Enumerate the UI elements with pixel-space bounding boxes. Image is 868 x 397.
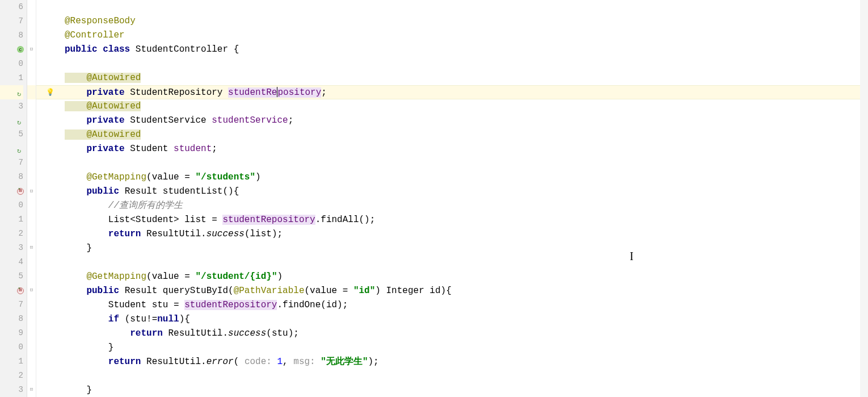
token-ident: studentService (212, 115, 288, 126)
token-kw: private (65, 144, 130, 154)
fold-toggle-icon[interactable] (29, 47, 34, 52)
token-anno-hl: @Autowired (65, 73, 141, 83)
line-number[interactable]: 3 (0, 383, 23, 397)
run-method-icon[interactable] (16, 187, 24, 195)
line-number[interactable]: 0 (0, 57, 23, 71)
code-line[interactable]: @Autowired (36, 99, 868, 114)
line-number[interactable] (0, 141, 23, 156)
fold-cell (27, 99, 36, 114)
token-anno: @GetMapping (65, 271, 146, 282)
line-number[interactable]: 8 (0, 28, 23, 43)
token-plain: ){ (179, 314, 190, 324)
code-line[interactable]: } (36, 383, 868, 397)
code-editor[interactable]: 6780135780123457890123 @ResponseBody@Con… (0, 0, 868, 397)
fold-toggle-icon[interactable] (29, 288, 34, 293)
line-number[interactable]: 9 (0, 326, 23, 340)
token-plain: .findOne(id); (277, 300, 348, 310)
code-line[interactable]: @Controller (36, 28, 868, 43)
bean-icon[interactable] (16, 116, 24, 124)
code-line[interactable]: Student stu = studentRepository.findOne(… (36, 298, 868, 312)
line-number[interactable]: 1 (0, 71, 23, 85)
token-plain: (stu); (266, 328, 299, 339)
line-number[interactable]: 1 (0, 212, 23, 227)
code-area[interactable]: @ResponseBody@Controllerpublic class Stu… (36, 0, 868, 397)
fold-cell (27, 213, 36, 227)
line-number[interactable]: 3 (0, 99, 23, 114)
code-line[interactable]: return ResultUtil.success(stu); (36, 327, 868, 341)
token-plain: (stu!= (125, 314, 158, 324)
token-plain: ); (368, 357, 379, 367)
line-number[interactable]: 3 (0, 241, 23, 255)
line-number[interactable]: 7 (0, 14, 23, 28)
token-plain: (value = (146, 271, 195, 282)
line-number[interactable]: 7 (0, 156, 23, 170)
line-number[interactable]: 5 (0, 127, 23, 141)
code-line[interactable]: //查询所有的学生 (36, 199, 868, 213)
code-line[interactable]: @GetMapping(value = "/student/{id}") (36, 270, 868, 284)
bean-icon[interactable] (16, 145, 24, 153)
token-ident-hl: studentRepository (184, 300, 277, 310)
fold-end-icon[interactable] (29, 387, 34, 392)
fold-toggle-icon[interactable] (29, 189, 34, 194)
line-number[interactable]: 7 (0, 298, 23, 312)
token-plain: Student stu = (65, 300, 184, 310)
code-line[interactable]: private StudentService studentService; (36, 114, 868, 128)
token-plain: } (65, 342, 113, 353)
code-line[interactable]: return ResultUtil.error( code: 1, msg: "… (36, 355, 868, 369)
bean-icon[interactable] (16, 88, 24, 96)
vertical-scrollbar[interactable] (860, 0, 868, 397)
code-line[interactable]: @GetMapping(value = "/students") (36, 170, 868, 185)
code-line[interactable]: @Autowired (36, 71, 868, 85)
line-number[interactable]: 4 (0, 255, 23, 269)
fold-cell (27, 185, 36, 199)
intention-bulb-icon[interactable] (45, 88, 54, 97)
token-kw: public (65, 186, 125, 197)
code-line[interactable]: public Result queryStuById(@PathVariable… (36, 284, 868, 298)
line-number[interactable] (0, 43, 23, 57)
code-line[interactable]: public class StudentController { (36, 43, 868, 57)
fold-end-icon[interactable] (29, 245, 34, 250)
code-line[interactable]: return ResultUtil.success(list); (36, 227, 868, 241)
token-plain: } (65, 243, 92, 253)
code-line[interactable]: List<Student> list = studentRepository.f… (36, 213, 868, 227)
token-plain: Result studentList(){ (125, 186, 239, 197)
line-number[interactable]: 2 (0, 369, 23, 383)
token-plain: ; (321, 87, 327, 98)
run-method-icon[interactable] (16, 287, 24, 295)
code-line[interactable]: @ResponseBody (36, 14, 868, 28)
code-line[interactable]: private Student student; (36, 142, 868, 156)
code-line[interactable] (36, 156, 868, 170)
token-str: "无此学生" (321, 357, 368, 367)
line-number[interactable]: 0 (0, 340, 23, 354)
token-plain: ) (277, 271, 283, 282)
line-number[interactable] (0, 283, 23, 298)
code-line[interactable]: } (36, 241, 868, 256)
code-line[interactable] (36, 57, 868, 71)
code-line[interactable] (36, 256, 868, 270)
fold-cell (27, 128, 36, 142)
line-number[interactable] (0, 114, 23, 128)
token-plain: ResultUtil. (146, 357, 207, 367)
code-line[interactable]: public Result studentList(){ (36, 185, 868, 199)
code-line[interactable]: if (stu!=null){ (36, 312, 868, 327)
line-number[interactable]: 6 (0, 0, 23, 14)
fold-gutter[interactable] (27, 0, 36, 397)
token-plain: ) Integer id){ (375, 286, 451, 296)
line-number[interactable]: 1 (0, 354, 23, 369)
line-number-gutter[interactable]: 6780135780123457890123 (0, 0, 27, 397)
fold-cell (27, 0, 36, 14)
code-line[interactable] (36, 0, 868, 14)
line-number[interactable]: 0 (0, 198, 23, 212)
code-line[interactable]: @Autowired (36, 128, 868, 142)
code-line[interactable] (36, 369, 868, 383)
token-ident-hl: pository (277, 87, 321, 98)
code-line[interactable]: } (36, 341, 868, 355)
line-number[interactable]: 2 (0, 227, 23, 241)
class-icon[interactable] (16, 45, 24, 53)
fold-cell (27, 227, 36, 241)
code-line[interactable]: private StudentRepository studentReposit… (36, 85, 868, 99)
line-number[interactable]: 8 (0, 312, 23, 326)
line-number[interactable] (0, 85, 23, 99)
line-number[interactable] (0, 184, 23, 198)
token-plain: StudentController { (136, 44, 239, 55)
